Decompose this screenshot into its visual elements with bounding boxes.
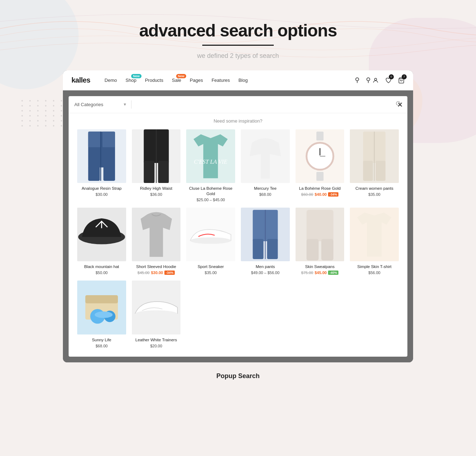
product-card[interactable]: Leather White Trainers$20.00	[129, 278, 184, 351]
nav-item-pages[interactable]: Pages	[190, 78, 203, 83]
svg-rect-23	[376, 160, 386, 180]
product-card[interactable]: Mercury Tee$68.00	[238, 127, 293, 205]
product-price-row: $56.00	[350, 271, 399, 275]
product-image	[77, 208, 126, 261]
svg-rect-5	[88, 132, 101, 147]
product-card[interactable]: Cream women pants$35.00	[347, 127, 402, 205]
product-price-range: $25.00 – $45.00	[197, 198, 225, 202]
wishlist-icon[interactable]: 0	[385, 76, 392, 84]
svg-rect-28	[253, 239, 263, 259]
chevron-down-icon: ▼	[123, 102, 127, 106]
svg-text:C'EST
LA
VIE: C'EST LA VIE	[194, 158, 228, 165]
product-price-original: $75.00	[301, 271, 313, 275]
svg-point-0	[375, 78, 377, 80]
product-card[interactable]: Short Sleeved Hoodie$45.00$30.00-34%	[129, 205, 184, 278]
product-card[interactable]: Skin Sweatpans$75.00$45.00-40%	[293, 205, 347, 278]
product-price-row: $36.00	[132, 192, 181, 197]
close-button[interactable]: ✕	[397, 100, 403, 109]
product-grid: Analogue Resin Strap$30.00Ridley High Wa…	[69, 127, 407, 357]
navbar-icons: ⚲ ⚲ 0 7	[355, 76, 405, 84]
product-name: Simple Skin T-shirt	[350, 264, 399, 269]
popup-search-label: Popup Search	[216, 362, 259, 394]
nav-item-blog[interactable]: Blog	[238, 78, 248, 83]
product-name: Short Sleeved Hoodie	[132, 264, 181, 269]
product-card[interactable]: Sunny Life$68.00	[74, 278, 129, 351]
product-price-normal: $35.00	[205, 271, 217, 275]
product-image	[77, 129, 126, 183]
title-underline	[202, 45, 274, 46]
search-bar: All Categories ▼	[69, 96, 407, 113]
product-price-row: $75.00$45.00-40%	[296, 271, 344, 275]
product-price-normal: $50.00	[96, 271, 108, 275]
discount-badge: -34%	[164, 271, 175, 275]
product-card[interactable]: Black mountain hat$50.00	[74, 205, 129, 278]
user-icon[interactable]: ⚲	[366, 76, 379, 84]
product-price-row: $20.00	[132, 344, 181, 348]
product-name: Cream women pants	[350, 186, 399, 191]
nav-item-shop[interactable]: Shop New	[125, 78, 136, 83]
product-price-row: $68.00	[241, 192, 290, 197]
nav-item-sale[interactable]: Sale New	[172, 78, 181, 83]
product-price-row: $50.00	[77, 271, 126, 275]
search-icon[interactable]: ⚲	[355, 76, 360, 84]
nav-badge-new-orange: New	[176, 74, 187, 78]
svg-rect-22	[363, 160, 373, 180]
svg-rect-15	[316, 132, 323, 140]
product-name: Skin Sweatpans	[296, 264, 344, 269]
product-price-row: $49.00 – $56.00	[241, 271, 290, 275]
product-name: Sport Sneaker	[186, 264, 235, 269]
search-input-area	[132, 100, 402, 109]
svg-rect-35	[85, 295, 118, 303]
search-modal: ✕ All Categories ▼ Need some inspiration…	[69, 96, 407, 357]
product-image	[186, 208, 235, 261]
product-card[interactable]: C'EST LA VIECluse La Boheme Rose Gold$25…	[183, 127, 238, 205]
product-card[interactable]: La Bohème Rose Gold$60.00$40.00-34%	[293, 127, 347, 205]
product-price-sale: $45.00	[314, 271, 327, 275]
product-image	[296, 208, 344, 261]
product-price-sale: $40.00	[314, 192, 327, 197]
product-price-original: $45.00	[138, 271, 150, 275]
product-image	[132, 208, 181, 261]
wishlist-badge: 0	[389, 74, 394, 79]
nav-item-products[interactable]: Products	[145, 78, 163, 83]
product-price-row: $30.00	[77, 192, 126, 197]
product-name: Ridley High Waist	[132, 186, 181, 191]
product-price-row: $35.00	[350, 192, 399, 197]
product-image: C'EST LA VIE	[186, 129, 235, 183]
cart-badge: 7	[402, 74, 407, 79]
product-price-sale: $30.00	[151, 271, 163, 275]
product-price-normal: $30.00	[96, 192, 108, 197]
navbar: kalles Demo Shop New Products Sale New P…	[63, 70, 413, 90]
product-price-row: $25.00 – $45.00	[186, 198, 235, 202]
product-price-row: $60.00$40.00-34%	[296, 192, 344, 197]
nav-item-demo[interactable]: Demo	[105, 78, 117, 83]
svg-rect-33	[321, 239, 333, 261]
search-input[interactable]	[136, 101, 395, 107]
product-price-normal: $36.00	[150, 192, 162, 197]
nav-item-features[interactable]: Features	[212, 78, 230, 83]
product-card[interactable]: Sport Sneaker$35.00	[183, 205, 238, 278]
product-name: Men pants	[241, 264, 290, 269]
product-card[interactable]: Simple Skin T-shirt$56.00	[347, 205, 402, 278]
product-name: Leather White Trainers	[132, 337, 181, 343]
product-price-normal: $20.00	[150, 344, 162, 348]
product-image	[77, 281, 126, 334]
product-name: Sunny Life	[77, 337, 126, 343]
svg-rect-8	[103, 165, 115, 181]
svg-rect-32	[306, 239, 318, 261]
product-card[interactable]: Ridley High Waist$36.00	[129, 127, 184, 205]
product-card[interactable]: Analogue Resin Strap$30.00	[74, 127, 129, 205]
product-image	[350, 208, 399, 261]
cart-icon[interactable]: 7	[398, 76, 405, 84]
product-card[interactable]: Men pants$49.00 – $56.00	[238, 205, 293, 278]
svg-rect-11	[144, 160, 154, 183]
svg-point-39	[135, 310, 177, 318]
svg-point-26	[190, 237, 231, 244]
svg-rect-12	[158, 160, 169, 183]
product-price-normal: $56.00	[368, 271, 381, 275]
category-dropdown[interactable]: All Categories ▼	[74, 100, 132, 109]
browser-frame: kalles Demo Shop New Products Sale New P…	[63, 70, 413, 362]
product-name: Black mountain hat	[77, 264, 126, 269]
navbar-logo: kalles	[71, 76, 90, 84]
product-image	[132, 129, 181, 183]
